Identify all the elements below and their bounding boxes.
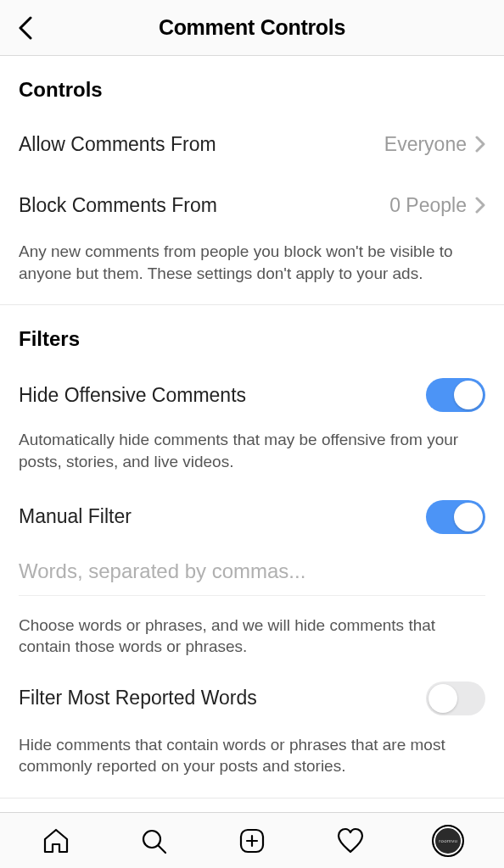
hide-offensive-desc: Automatically hide comments that may be … xyxy=(19,429,485,472)
hide-offensive-toggle[interactable] xyxy=(426,378,485,412)
heart-icon xyxy=(335,826,366,855)
page-title: Comment Controls xyxy=(0,15,504,40)
chevron-right-icon xyxy=(475,197,485,214)
nav-add[interactable] xyxy=(235,824,269,858)
controls-section: Controls Allow Comments From Everyone Bl… xyxy=(0,56,504,305)
back-button[interactable] xyxy=(14,15,39,41)
manual-filter-input[interactable] xyxy=(19,548,485,596)
nav-search[interactable] xyxy=(137,824,171,858)
allow-comments-label: Allow Comments From xyxy=(19,133,216,156)
block-comments-label: Block Comments From xyxy=(19,194,217,217)
hide-offensive-label: Hide Offensive Comments xyxy=(19,384,246,407)
chevron-right-icon xyxy=(475,136,485,153)
filters-section-title: Filters xyxy=(19,327,485,351)
add-post-icon xyxy=(238,826,266,855)
controls-desc: Any new comments from people you block w… xyxy=(19,241,485,284)
allow-comments-value: Everyone xyxy=(384,133,467,156)
svg-point-0 xyxy=(143,831,160,848)
manual-filter-desc: Choose words or phrases, and we will hid… xyxy=(19,615,485,658)
svg-line-1 xyxy=(159,846,165,853)
allow-comments-row[interactable]: Allow Comments From Everyone xyxy=(19,129,485,159)
avatar: roomvu xyxy=(432,825,464,857)
most-reported-label: Filter Most Reported Words xyxy=(19,687,257,709)
most-reported-desc: Hide comments that contain words or phra… xyxy=(19,734,485,777)
header: Comment Controls xyxy=(0,0,504,56)
block-comments-row[interactable]: Block Comments From 0 People xyxy=(19,190,485,220)
nav-activity[interactable] xyxy=(333,824,367,858)
manual-filter-toggle[interactable] xyxy=(426,500,485,534)
chevron-left-icon xyxy=(18,16,35,40)
bottom-nav: roomvu xyxy=(0,812,504,868)
nav-profile[interactable]: roomvu xyxy=(431,824,465,858)
manual-filter-label: Manual Filter xyxy=(19,505,132,528)
block-comments-value: 0 People xyxy=(389,194,467,217)
block-comments-right: 0 People xyxy=(389,194,485,217)
home-icon xyxy=(42,826,70,855)
most-reported-row: Filter Most Reported Words xyxy=(19,682,485,715)
allow-comments-right: Everyone xyxy=(384,133,485,156)
nav-home[interactable] xyxy=(39,824,73,858)
most-reported-toggle[interactable] xyxy=(426,682,485,715)
hide-offensive-row: Hide Offensive Comments xyxy=(19,378,485,412)
avatar-label: roomvu xyxy=(439,838,457,843)
content: Controls Allow Comments From Everyone Bl… xyxy=(0,56,504,798)
search-icon xyxy=(139,826,168,855)
controls-section-title: Controls xyxy=(19,78,485,102)
filters-section: Filters Hide Offensive Comments Automati… xyxy=(0,305,504,798)
manual-filter-row: Manual Filter xyxy=(19,500,485,534)
